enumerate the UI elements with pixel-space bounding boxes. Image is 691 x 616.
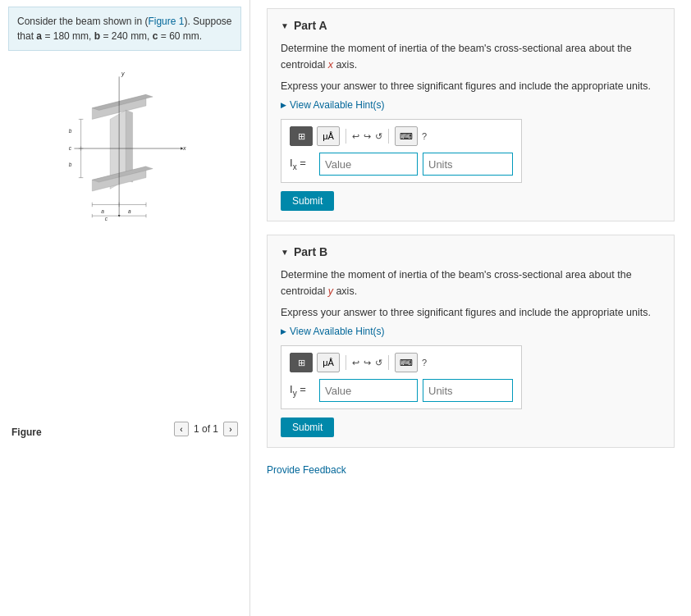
part-a-axis: x	[328, 59, 333, 71]
part-a-toolbar: ⊞ μÅ ↩ ↪ ↺ ⌨ ?	[290, 126, 513, 146]
keyboard-icon: ⌨	[400, 131, 413, 142]
svg-text:b: b	[69, 128, 72, 134]
part-b-toolbar-sep1	[346, 355, 346, 370]
part-a-description1: Determine the moment of inertia of the b…	[281, 40, 661, 73]
part-b-hints-label: View Available Hint(s)	[290, 326, 385, 337]
part-b-redo-icon[interactable]: ↪	[364, 358, 371, 368]
figure-label: Figure	[11, 427, 42, 438]
svg-text:c: c	[105, 216, 108, 221]
part-a-refresh-icon[interactable]: ↺	[375, 131, 382, 142]
part-a-description2: Express your answer to three significant…	[281, 78, 661, 94]
hints-triangle-icon: ▶	[281, 101, 286, 109]
part-b-grid-icon: ⊞	[298, 358, 305, 368]
part-a-keyboard-btn[interactable]: ⌨	[395, 126, 418, 146]
part-b-mu-icon: μÅ	[323, 358, 334, 367]
svg-text:a: a	[101, 208, 104, 214]
part-b-submit-button[interactable]: Submit	[281, 418, 334, 437]
figure-area: y x b b c a a	[0, 54, 249, 243]
figure-next-button[interactable]: ›	[223, 422, 238, 436]
part-b-help-icon[interactable]: ?	[422, 358, 427, 367]
part-a-input-label: Ix =	[290, 157, 314, 171]
right-panel: ▼ Part A Determine the moment of inertia…	[250, 0, 691, 616]
part-a-help-icon[interactable]: ?	[422, 131, 427, 141]
part-b-answer-box: ⊞ μÅ ↩ ↪ ↺ ⌨ ? Iy =	[281, 345, 522, 409]
mu-icon: μÅ	[323, 131, 334, 141]
problem-statement: Consider the beam shown in (Figure 1). S…	[8, 7, 241, 51]
part-b-arrow: ▼	[281, 248, 289, 257]
part-a-redo-icon[interactable]: ↪	[364, 131, 371, 142]
part-a-title: Part A	[294, 19, 327, 32]
part-b-mu-btn[interactable]: μÅ	[317, 353, 340, 372]
part-a-hints[interactable]: ▶ View Available Hint(s)	[281, 99, 661, 111]
svg-text:b: b	[69, 162, 72, 167]
part-b-keyboard-btn[interactable]: ⌨	[395, 353, 418, 372]
toolbar-sep1	[346, 129, 346, 144]
part-b-value-input[interactable]	[319, 379, 418, 402]
part-a-units-input[interactable]	[423, 153, 513, 176]
part-b-header[interactable]: ▼ Part B	[281, 245, 661, 258]
part-b-units-input[interactable]	[423, 379, 513, 402]
part-a-submit-button[interactable]: Submit	[281, 191, 334, 211]
part-a-section: ▼ Part A Determine the moment of inertia…	[267, 8, 675, 221]
figure-navigation: ‹ 1 of 1 ›	[174, 422, 238, 436]
part-b-hints-triangle-icon: ▶	[281, 327, 286, 335]
part-b-axis: y	[328, 285, 333, 297]
part-a-input-row: Ix =	[290, 153, 513, 176]
part-a-value-input[interactable]	[319, 153, 418, 176]
part-b-toolbar: ⊞ μÅ ↩ ↪ ↺ ⌨ ?	[290, 353, 513, 372]
left-panel: Consider the beam shown in (Figure 1). S…	[0, 0, 250, 616]
part-b-refresh-icon[interactable]: ↺	[375, 358, 382, 368]
part-b-description2: Express your answer to three significant…	[281, 304, 661, 321]
part-b-keyboard-icon: ⌨	[400, 358, 413, 368]
part-a-header[interactable]: ▼ Part A	[281, 19, 661, 32]
part-b-input-label: Iy =	[290, 383, 314, 398]
problem-text-content: Consider the beam shown in (Figure 1). S…	[17, 16, 232, 42]
svg-text:x: x	[182, 145, 186, 152]
part-a-undo-icon[interactable]: ↩	[352, 131, 359, 142]
provide-feedback-link[interactable]: Provide Feedback	[267, 464, 346, 476]
part-a-answer-box: ⊞ μÅ ↩ ↪ ↺ ⌨ ? Ix =	[281, 119, 522, 183]
part-a-mu-btn[interactable]: μÅ	[317, 126, 340, 146]
toolbar-sep2	[388, 129, 389, 144]
part-a-grid-btn[interactable]: ⊞	[290, 126, 313, 146]
figure-page: 1 of 1	[194, 423, 218, 435]
part-b-undo-icon[interactable]: ↩	[352, 358, 359, 368]
grid-icon: ⊞	[298, 131, 305, 142]
figure-link[interactable]: Figure 1	[148, 16, 184, 27]
part-a-hints-label: View Available Hint(s)	[290, 99, 385, 111]
part-b-title: Part B	[294, 245, 327, 258]
svg-text:a: a	[128, 208, 131, 214]
part-b-description1: Determine the moment of inertia of the b…	[281, 267, 661, 299]
part-b-grid-btn[interactable]: ⊞	[290, 353, 313, 372]
part-b-toolbar-sep2	[388, 355, 389, 370]
part-b-section: ▼ Part B Determine the moment of inertia…	[267, 235, 675, 448]
svg-text:y: y	[121, 71, 125, 77]
part-b-hints[interactable]: ▶ View Available Hint(s)	[281, 326, 661, 337]
part-b-input-row: Iy =	[290, 379, 513, 402]
figure-prev-button[interactable]: ‹	[174, 422, 189, 436]
part-a-arrow: ▼	[281, 21, 289, 30]
svg-text:c: c	[69, 145, 72, 151]
